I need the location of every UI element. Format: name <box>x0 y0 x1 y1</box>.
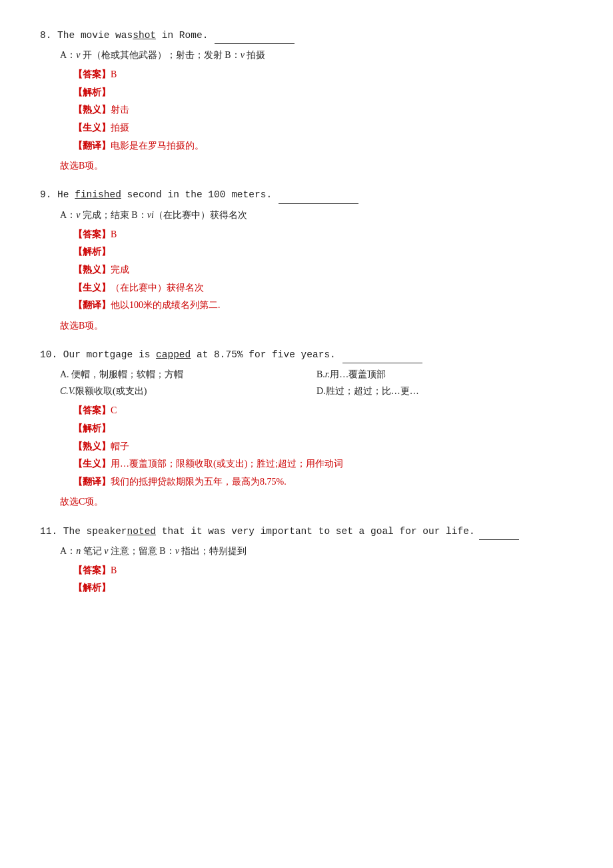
q8-opt-a-text: 开（枪或其他武器）；射击；发射 B： <box>80 50 240 60</box>
q9-answer-label: 【答案】 <box>73 229 111 239</box>
q10-blank <box>342 363 422 363</box>
q8-familiar-value: 射击 <box>111 105 129 115</box>
question-8: 8. The movie wasshot in Rome. A：v 开（枪或其他… <box>40 27 573 174</box>
q8-new-label: 【生义】 <box>73 123 111 133</box>
q10-opt-b-text: 用…覆盖顶部 <box>330 369 386 379</box>
q8-answer-block: 【答案】B 【解析】 【熟义】射击 【生义】拍摄 【翻译】电影是在罗马拍摄的。 <box>73 66 573 155</box>
q10-answer: 【答案】C <box>73 402 573 420</box>
q8-familiar-label: 【熟义】 <box>73 105 111 115</box>
q10-before: Our mortgage is <box>63 349 156 360</box>
q10-number: 10. <box>40 349 57 360</box>
q9-number: 9. <box>40 189 51 200</box>
q10-translation-value: 我们的抵押贷款期限为五年，最高为8.75%. <box>111 477 287 487</box>
q10-explanation: 【解析】 <box>73 420 573 438</box>
q9-blank <box>279 203 358 204</box>
q8-answer-label: 【答案】 <box>73 69 111 79</box>
q9-answer-value: B <box>111 229 117 239</box>
q10-opt-c-italic: V. <box>69 386 75 396</box>
q9-answer-block: 【答案】B 【解析】 【熟义】完成 【生义】（在比赛中）获得名次 【翻译】他以1… <box>73 226 573 315</box>
q9-translation-value: 他以100米的成绩名列第二. <box>111 300 221 310</box>
q11-before: The speaker <box>63 526 127 537</box>
q8-after: in Rome. <box>156 30 208 41</box>
q9-familiar-value: 完成 <box>111 265 129 275</box>
q10-translation-label: 【翻译】 <box>73 477 111 487</box>
q10-new-value: 用…覆盖顶部；限额收取(或支出)；胜过;超过；用作动词 <box>111 459 343 469</box>
q9-before: He <box>57 189 75 200</box>
q9-familiar-label: 【熟义】 <box>73 265 111 275</box>
q9-opt-a-label: A： <box>60 210 76 220</box>
q11-answer: 【答案】B <box>73 562 573 580</box>
q9-translation-label: 【翻译】 <box>73 300 111 310</box>
q9-new: 【生义】（在比赛中）获得名次 <box>73 279 573 297</box>
q11-opt-b-text: 指出；特别提到 <box>179 546 247 556</box>
q10-opt-a-text: 便帽，制服帽；软帽；方帽 <box>69 369 184 379</box>
q9-explanation-label: 【解析】 <box>73 247 111 257</box>
q10-familiar-label: 【熟义】 <box>73 441 111 451</box>
q8-number: 8. <box>40 30 51 41</box>
q10-familiar-value: 帽子 <box>111 441 129 451</box>
q10-select: 故选C项。 <box>60 493 573 510</box>
q9-select: 故选B项。 <box>60 317 573 334</box>
q10-opt-a-label: A. <box>60 369 69 379</box>
q11-answer-block: 【答案】B 【解析】 <box>73 562 573 597</box>
q10-opt-d: D.胜过；超过；比…更… <box>316 383 573 399</box>
q9-familiar: 【熟义】完成 <box>73 261 573 279</box>
q10-answer-value: C <box>111 405 117 415</box>
question-8-sentence: 8. The movie wasshot in Rome. <box>40 27 573 44</box>
q10-familiar: 【熟义】帽子 <box>73 438 573 456</box>
q9-options: A：v 完成；结束 B：vi（在比赛中）获得名次 <box>60 207 573 223</box>
q9-new-label: 【生义】 <box>73 283 111 293</box>
question-9: 9. He finished second in the 100 meters.… <box>40 186 573 333</box>
q8-explanation: 【解析】 <box>73 84 573 102</box>
q11-after: that it was very important to set a goal… <box>156 526 475 537</box>
q9-word: finished <box>75 189 121 200</box>
question-9-sentence: 9. He finished second in the 100 meters. <box>40 186 573 203</box>
q8-familiar: 【熟义】射击 <box>73 101 573 119</box>
q9-opt-b-text: （在比赛中）获得名次 <box>154 210 247 220</box>
q8-before: The movie was <box>57 30 133 41</box>
q10-opt-a: A. 便帽，制服帽；软帽；方帽 <box>60 366 316 383</box>
q10-opt-c-label-italic: C. <box>60 386 69 396</box>
q10-word: capped <box>156 349 191 360</box>
q8-word: shot <box>133 30 156 41</box>
q8-opt-b-text: 拍摄 <box>245 50 266 60</box>
q9-opt-b-italic: vi <box>147 210 154 220</box>
q9-after: second in the 100 meters. <box>121 189 272 200</box>
q11-blank <box>479 539 519 540</box>
q8-new-value: 拍摄 <box>111 123 129 133</box>
q11-word: noted <box>127 526 157 537</box>
q11-number: 11. <box>40 526 57 537</box>
q11-opt-a-text: 笔记 <box>81 546 104 556</box>
q10-after: at 8.75% for five years. <box>191 349 336 360</box>
q10-answer-label: 【答案】 <box>73 405 111 415</box>
q8-options: A：v 开（枪或其他武器）；射击；发射 B：v 拍摄 <box>60 47 573 63</box>
q10-options-grid: A. 便帽，制服帽；软帽；方帽 B.r.用…覆盖顶部 C.V.限额收取(或支出)… <box>60 366 573 399</box>
q10-translation: 【翻译】我们的抵押贷款期限为五年，最高为8.75%. <box>73 473 573 491</box>
q8-blank <box>215 43 295 44</box>
q10-opt-d-text: 胜过；超过；比…更… <box>326 386 419 396</box>
q8-explanation-label: 【解析】 <box>73 87 111 97</box>
q10-opt-d-label: D. <box>316 386 326 396</box>
question-10: 10. Our mortgage is capped at 8.75% for … <box>40 346 573 511</box>
q10-opt-b: B.r.用…覆盖顶部 <box>316 366 573 383</box>
q9-explanation: 【解析】 <box>73 243 573 261</box>
q11-answer-value: B <box>111 565 117 575</box>
q8-select: 故选B项。 <box>60 157 573 174</box>
q8-translation-label: 【翻译】 <box>73 141 111 151</box>
q10-answer-block: 【答案】C 【解析】 【熟义】帽子 【生义】用…覆盖顶部；限额收取(或支出)；胜… <box>73 402 573 491</box>
q8-translation: 【翻译】电影是在罗马拍摄的。 <box>73 137 573 155</box>
q11-opt-a-text2: 注意；留意 B： <box>108 546 175 556</box>
question-11: 11. The speakernoted that it was very im… <box>40 523 573 597</box>
q10-opt-c: C.V.限额收取(或支出) <box>60 383 316 399</box>
q11-opt-a-label: A： <box>60 546 76 556</box>
question-10-sentence: 10. Our mortgage is capped at 8.75% for … <box>40 346 573 363</box>
q11-explanation-label: 【解析】 <box>73 583 111 593</box>
q8-answer: 【答案】B <box>73 66 573 84</box>
q10-explanation-label: 【解析】 <box>73 423 111 433</box>
q11-answer-label: 【答案】 <box>73 565 111 575</box>
q10-new-label: 【生义】 <box>73 459 111 469</box>
question-11-sentence: 11. The speakernoted that it was very im… <box>40 523 573 540</box>
q11-explanation: 【解析】 <box>73 579 573 597</box>
q10-opt-b-label: B. <box>316 369 325 379</box>
q9-answer: 【答案】B <box>73 226 573 244</box>
